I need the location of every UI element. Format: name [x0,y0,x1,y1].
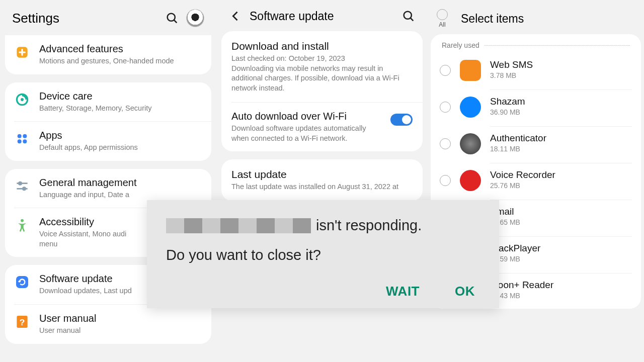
settings-item-apps[interactable]: AppsDefault apps, App permissions [14,121,211,161]
svg-point-6 [23,134,27,138]
svg-text:?: ? [20,317,25,327]
app-icon [460,97,481,118]
svg-point-10 [19,182,21,185]
back-icon[interactable] [228,9,243,23]
censored-app-name [166,218,311,233]
svg-point-17 [404,12,412,19]
svg-point-7 [18,139,22,143]
auto-download-row[interactable]: Auto download over Wi-Fi Download softwa… [231,102,423,151]
app-icon [460,133,481,154]
svg-point-0 [168,14,175,21]
settings-item-user-manual[interactable]: ? User manualUser manual [14,304,211,344]
wait-button[interactable]: WAIT [386,284,420,299]
app-icon [460,60,481,81]
last-update-row[interactable]: Last update The last update was installe… [221,159,423,201]
checkbox[interactable] [440,65,451,76]
update-icon [14,274,30,290]
select-items-title: Select items [461,12,632,26]
svg-line-1 [174,20,177,23]
app-row-voice-recorder[interactable]: Voice Recorder25.76 MB [431,162,641,199]
manual-icon: ? [14,314,30,330]
settings-item-advanced-features[interactable]: Advanced featuresMotions and gestures, O… [5,35,211,74]
software-update-title: Software update [250,10,394,23]
settings-title: Settings [12,11,158,26]
accessibility-icon [14,217,30,233]
plus-icon [14,44,30,60]
auto-download-toggle[interactable] [390,114,413,126]
checkbox[interactable] [440,175,451,186]
svg-point-12 [23,187,25,190]
ok-button[interactable]: OK [455,284,475,299]
app-row-web-sms[interactable]: Web SMS3.78 MB [431,52,641,88]
select-all[interactable]: All [437,9,448,28]
rarely-used-label: Rarely used [431,34,641,52]
select-items-header: All Select items [428,0,644,34]
profile-avatar[interactable] [186,9,204,27]
settings-item-device-care[interactable]: Device careBattery, Storage, Memory, Sec… [5,82,211,122]
download-install-row[interactable]: Download and install Last checked on: Oc… [221,31,423,102]
svg-point-8 [23,139,27,143]
svg-rect-14 [16,276,28,288]
svg-point-5 [18,134,22,138]
checkbox[interactable] [440,138,451,149]
anr-dialog: isn't responding. Do you want to close i… [147,200,499,308]
app-icon [460,170,481,191]
apps-icon [14,131,30,147]
search-icon[interactable] [165,11,179,25]
sliders-icon [14,178,30,194]
app-row-shazam[interactable]: Shazam36.90 MB [431,88,641,125]
search-icon[interactable] [401,9,416,23]
svg-line-18 [411,18,414,21]
svg-point-4 [21,98,24,101]
app-row-authenticator[interactable]: Authenticator18.11 MB [431,125,641,162]
settings-header: Settings [0,0,216,35]
svg-point-13 [21,219,24,222]
checkbox[interactable] [440,102,451,113]
software-update-header: Software update [216,0,428,31]
device-care-icon [14,92,30,108]
